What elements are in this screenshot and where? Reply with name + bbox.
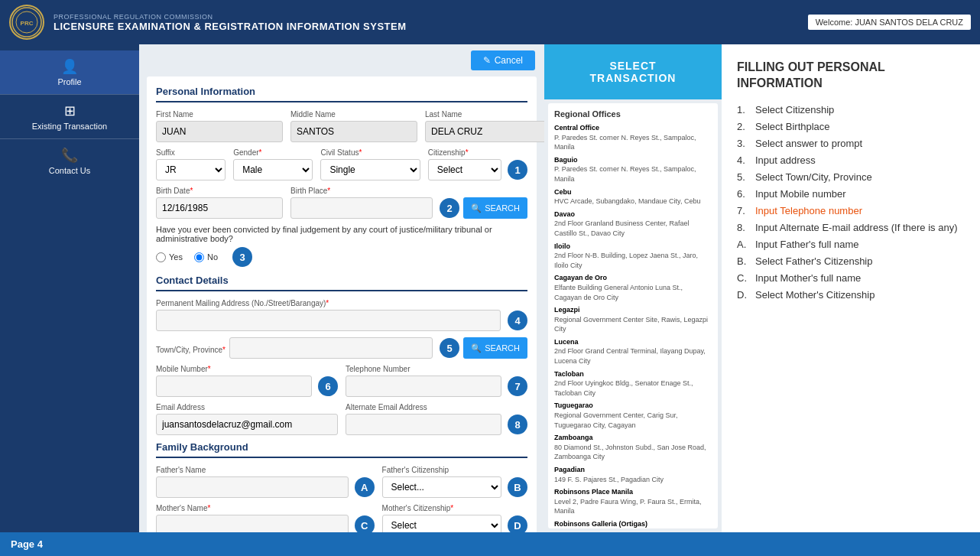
select-transaction-button[interactable]: SELECT TRANSACTION bbox=[544, 44, 722, 99]
citizenship-label: Citizenship* bbox=[428, 148, 527, 157]
regional-offices-title: Regional Offices bbox=[554, 109, 712, 119]
list-item: A.Input Father's full name bbox=[737, 239, 965, 250]
father-citizenship-label: Father's Citizenship bbox=[382, 466, 527, 474]
father-citizenship-select[interactable]: Select... bbox=[382, 476, 501, 498]
first-name-input[interactable] bbox=[156, 121, 283, 142]
alt-email-input[interactable] bbox=[346, 414, 501, 435]
birth-place-input[interactable] bbox=[290, 197, 433, 219]
town-input-row: 5 🔍 SEARCH bbox=[229, 337, 527, 359]
instruction-num: 3. bbox=[737, 138, 751, 149]
mobile-input[interactable] bbox=[156, 376, 312, 397]
cancel-icon: ✎ bbox=[483, 55, 491, 66]
badge-B: B bbox=[508, 477, 527, 497]
citizenship-group: Citizenship* Select 1 bbox=[428, 148, 527, 180]
instruction-num: 8. bbox=[737, 222, 751, 233]
instructions-panel: FILLING OUT PERSONAL INFORMATION 1.Selec… bbox=[722, 44, 980, 532]
yes-text: Yes bbox=[169, 252, 183, 262]
personal-info-section: Personal Information First Name Middle N… bbox=[147, 76, 537, 532]
prc-logo: PRC bbox=[9, 5, 44, 40]
gender-label: Gender* bbox=[233, 148, 313, 157]
middle-name-input[interactable] bbox=[290, 121, 417, 142]
alt-email-group: Alternate Email Address 8 bbox=[346, 403, 527, 435]
gender-select[interactable]: Male bbox=[233, 159, 313, 180]
telephone-input[interactable] bbox=[346, 376, 501, 397]
office-name: Robinsons Place Manila bbox=[554, 488, 633, 496]
cancel-button[interactable]: ✎ Cancel bbox=[471, 50, 535, 70]
father-name-group: Father's Name A bbox=[156, 466, 375, 498]
list-item: 5.Select Town/City, Province bbox=[737, 171, 965, 183]
mobile-input-row: 6 bbox=[156, 376, 338, 397]
father-name-label: Father's Name bbox=[156, 466, 375, 474]
mother-name-input[interactable] bbox=[156, 515, 349, 532]
office-name: Cebu bbox=[554, 188, 572, 196]
instruction-alpha-text: Input Father's full name bbox=[755, 239, 965, 250]
badge-D: D bbox=[508, 515, 527, 532]
town-input[interactable] bbox=[229, 337, 433, 359]
list-item: Davao2nd Floor Granland Business Center,… bbox=[554, 210, 712, 239]
list-item: Pagadian149 F. S. Pajares St., Pagadian … bbox=[554, 465, 712, 484]
list-item: 4.Input address bbox=[737, 154, 965, 166]
civil-status-select[interactable]: Single bbox=[320, 159, 420, 180]
conviction-yes-radio[interactable] bbox=[156, 252, 166, 262]
citizenship-select[interactable]: Select bbox=[428, 159, 501, 180]
office-name: Pagadian bbox=[554, 466, 585, 473]
content-area: ✎ Cancel Personal Information First Name… bbox=[139, 44, 544, 532]
list-item: 6.Input Mobile number bbox=[737, 188, 965, 200]
office-address: HVC Arcade, Subangdako, Mandaue City, Ce… bbox=[554, 197, 700, 205]
list-item: D.Select Mother's Citizenship bbox=[737, 289, 965, 301]
telephone-label: Telephone Number bbox=[346, 365, 527, 373]
address-label: Permanent Mailing Address (No./Street/Ba… bbox=[156, 299, 527, 307]
conviction-text: Have you ever been convicted by final ju… bbox=[156, 225, 527, 243]
header-welcome: Welcome: JUAN SANTOS DELA CRUZ bbox=[808, 15, 971, 30]
office-address: Regional Government Center, Carig Sur, T… bbox=[554, 411, 678, 429]
instructions-title: FILLING OUT PERSONAL INFORMATION bbox=[737, 60, 965, 92]
conviction-no-label[interactable]: No bbox=[194, 252, 218, 262]
list-item: Cagayan de OroElfante Building General A… bbox=[554, 273, 712, 302]
last-name-input[interactable] bbox=[425, 121, 544, 142]
sidebar-item-profile[interactable]: 👤 Profile bbox=[0, 50, 139, 94]
birth-date-input[interactable] bbox=[156, 197, 283, 219]
sidebar-item-contact-us[interactable]: 📞 Contact Us bbox=[0, 139, 139, 183]
name-row: First Name Middle Name Last Name bbox=[156, 110, 527, 142]
last-name-group: Last Name bbox=[425, 110, 544, 142]
instruction-alpha-num: A. bbox=[737, 239, 751, 250]
conviction-no-radio[interactable] bbox=[194, 252, 204, 262]
sidebar-item-existing-transaction[interactable]: ⊞ Existing Transaction bbox=[0, 95, 139, 138]
office-address: P. Paredes St. corner N. Reyes St., Samp… bbox=[554, 165, 696, 183]
list-item: LegazpiRegional Government Center Site, … bbox=[554, 305, 712, 334]
list-item: Lucena2nd Floor Grand Central Terminal, … bbox=[554, 337, 712, 366]
office-name: Tacloban bbox=[554, 370, 584, 378]
suffix-select[interactable]: JR bbox=[156, 159, 226, 180]
office-address: 2nd Floor N-B. Building, Lopez Jaena St.… bbox=[554, 252, 698, 269]
conviction-radio-group: Yes No 3 bbox=[156, 247, 527, 267]
instruction-num: 7. bbox=[737, 205, 751, 216]
birth-place-search-button[interactable]: 🔍 SEARCH bbox=[463, 197, 527, 219]
mother-citizenship-select[interactable]: Select bbox=[382, 515, 501, 532]
office-name: Central Office bbox=[554, 124, 599, 132]
office-name: Zamboanga bbox=[554, 434, 593, 441]
personal-info-title: Personal Information bbox=[156, 86, 527, 102]
father-name-input[interactable] bbox=[156, 476, 349, 498]
list-item: C.Input Mother's full name bbox=[737, 272, 965, 284]
office-name: Iloilo bbox=[554, 242, 570, 250]
list-item: 2.Select Birthplace bbox=[737, 121, 965, 132]
conviction-yes-label[interactable]: Yes bbox=[156, 252, 183, 262]
instruction-num: 5. bbox=[737, 171, 751, 183]
email-input[interactable] bbox=[156, 414, 338, 435]
father-name-input-row: A bbox=[156, 476, 375, 498]
instruction-text: Input Mobile number bbox=[755, 188, 965, 200]
details-row: Suffix JR Gender* Male Civil Status* Sin… bbox=[156, 148, 527, 180]
list-item: Robinsons Galleria (Ortigas)Basement 1, … bbox=[554, 519, 712, 528]
instruction-num: 2. bbox=[737, 121, 751, 132]
header-text: PROFESSIONAL REGULATION COMMISSION LICEN… bbox=[54, 13, 808, 32]
birth-date-group: Birth Date* bbox=[156, 187, 283, 219]
sidebar-contact-label: Contact Us bbox=[49, 166, 90, 175]
office-name: Legazpi bbox=[554, 306, 580, 314]
header-title: LICENSURE EXAMINATION & REGISTRATION INF… bbox=[54, 21, 808, 32]
address-input[interactable] bbox=[156, 310, 501, 331]
cancel-label: Cancel bbox=[495, 55, 523, 66]
town-search-button[interactable]: 🔍 SEARCH bbox=[463, 337, 527, 359]
header-subtitle: PROFESSIONAL REGULATION COMMISSION bbox=[54, 13, 808, 21]
office-address: 149 F. S. Pajares St., Pagadian City bbox=[554, 476, 664, 483]
no-text: No bbox=[207, 252, 218, 262]
